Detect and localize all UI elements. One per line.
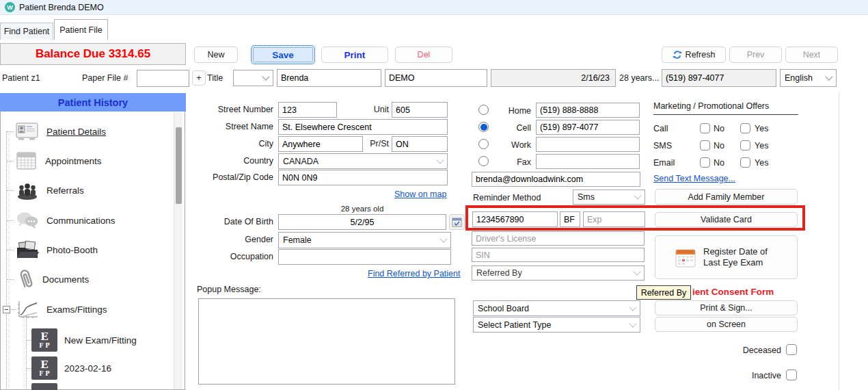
refresh-label: Refresh — [686, 50, 716, 60]
age-short-label: 28 years... — [619, 73, 659, 83]
calendar-picker-icon — [452, 217, 462, 227]
primary-phone-field[interactable] — [662, 69, 776, 87]
country-select[interactable]: CANADA — [278, 153, 448, 169]
occupation-label: Occupation — [185, 252, 273, 261]
reminder-method-label: Reminder Method — [473, 193, 541, 203]
add-family-member-button[interactable]: Add Family Member — [655, 189, 798, 205]
sin-input[interactable] — [472, 248, 645, 262]
title-select[interactable] — [233, 70, 273, 86]
date-picker-button[interactable] — [449, 214, 465, 230]
popup-message-textarea[interactable] — [198, 298, 455, 385]
card-type-input[interactable] — [560, 211, 580, 227]
city-label: City — [185, 139, 273, 148]
marketing-email-label: Email — [653, 158, 675, 168]
dob-input[interactable] — [278, 214, 446, 230]
paper-file-label: Paper File # — [82, 73, 128, 83]
sidebar-item-patient-details[interactable]: Patient Details — [15, 120, 106, 143]
fax-input[interactable] — [536, 154, 640, 169]
reminder-method-select[interactable]: Sms — [573, 190, 645, 205]
print-button[interactable]: Print — [321, 47, 388, 63]
sidebar-item-exams-fittings[interactable]: Exams/Fittings — [15, 298, 107, 321]
chevron-down-icon — [436, 156, 444, 164]
call-yes-checkbox[interactable] — [740, 123, 750, 133]
deceased-label: Deceased — [711, 346, 781, 355]
email-yes-checkbox[interactable] — [740, 157, 750, 168]
call-no-checkbox[interactable] — [700, 123, 710, 133]
sidebar-item-documents[interactable]: Documents — [15, 268, 89, 291]
sidebar-item-label: Exams/Fittings — [46, 304, 107, 315]
language-select[interactable]: English — [780, 69, 837, 87]
del-button[interactable]: Del — [395, 47, 452, 63]
sidebar-item-label: Photo-Booth — [46, 245, 98, 255]
sidebar-item-new-exam-fitting[interactable]: E F P New Exam/Fitting — [31, 328, 137, 352]
home-phone-input[interactable] — [536, 103, 640, 118]
sidebar-item-exam-2023-02-16[interactable]: E F P 2023-02-16 — [31, 356, 111, 380]
sidebar-item-label: Patient Details — [46, 127, 106, 137]
postal-input[interactable] — [278, 170, 448, 185]
street-name-input[interactable] — [278, 119, 448, 135]
show-on-map-link[interactable]: Show on map — [394, 190, 446, 199]
sidebar-item-referrals[interactable]: Referrals — [15, 179, 84, 202]
sidebar-item-photo-booth[interactable]: Photo-Booth — [15, 238, 98, 261]
city-input[interactable] — [278, 136, 363, 152]
add-title-button[interactable]: + — [192, 70, 206, 86]
validate-card-button[interactable]: Validate Card — [655, 212, 798, 227]
school-board-select[interactable]: School Board — [473, 300, 640, 316]
country-label: Country — [185, 156, 273, 166]
street-name-label: Street Name — [185, 122, 273, 131]
eye-chart-icon: E F P — [31, 356, 57, 380]
street-number-input[interactable] — [278, 102, 337, 118]
find-referred-by-patient-link[interactable]: Find Referred by Patient — [368, 269, 461, 278]
email-no-checkbox[interactable] — [700, 157, 710, 168]
email-input[interactable] — [472, 172, 640, 187]
on-screen-button[interactable]: on Screen — [655, 317, 798, 332]
first-name-input[interactable] — [277, 69, 381, 87]
collapse-icon[interactable] — [3, 306, 10, 313]
drivers-license-input[interactable] — [472, 231, 645, 246]
next-button[interactable]: Next — [785, 47, 838, 63]
chevron-down-icon — [633, 268, 640, 275]
tab-find-patient[interactable]: Find Patient — [0, 23, 53, 40]
fax-label: Fax — [483, 157, 531, 167]
patient-type-value: Select Patient Type — [478, 320, 630, 330]
sms-no-checkbox[interactable] — [700, 140, 710, 151]
scrollbar-thumb[interactable] — [176, 127, 182, 204]
age-note: 28 years old — [278, 205, 446, 213]
register-exam-line1: Register Date of — [703, 246, 768, 257]
eye-chart-icon: E F P — [31, 328, 57, 352]
patient-type-select[interactable]: Select Patient Type — [473, 317, 640, 333]
save-button[interactable]: Save — [251, 45, 315, 64]
sidebar-item-label: Documents — [42, 274, 89, 285]
file-date-field[interactable] — [491, 69, 616, 87]
work-phone-label: Work — [483, 140, 531, 150]
occupation-input[interactable] — [278, 249, 451, 265]
inactive-checkbox[interactable] — [786, 369, 797, 380]
work-phone-input[interactable] — [536, 137, 640, 152]
tab-patient-file[interactable]: Patient File — [54, 19, 108, 40]
deceased-checkbox[interactable] — [786, 344, 797, 355]
referred-by-select[interactable]: Referred By — [472, 265, 645, 281]
send-text-message-link[interactable]: Send Text Message... — [653, 174, 735, 183]
svg-text:F P: F P — [39, 342, 50, 349]
card-exp-input[interactable] — [583, 211, 645, 227]
print-and-sign-button[interactable]: Print & Sign... — [655, 300, 798, 315]
prev-button[interactable]: Prev — [729, 47, 782, 63]
sidebar-scrollbar[interactable] — [174, 112, 182, 389]
paper-file-input[interactable] — [137, 70, 189, 87]
sms-yes-label: Yes — [755, 141, 768, 151]
last-name-input[interactable] — [385, 69, 487, 87]
new-button[interactable]: New — [194, 47, 238, 63]
gender-select[interactable]: Female — [278, 232, 451, 248]
province-input[interactable] — [392, 136, 448, 152]
sidebar-item-communications[interactable]: Communications — [15, 209, 116, 232]
sms-yes-checkbox[interactable] — [740, 140, 750, 151]
sidebar-item-label: 2023-02-16 — [64, 363, 111, 374]
sidebar-item-appointments[interactable]: Appointments — [15, 149, 102, 172]
cell-phone-label: Cell — [483, 123, 531, 133]
register-last-eye-exam-button[interactable]: Register Date of Last Eye Exam — [655, 235, 798, 279]
panel-divider — [839, 92, 839, 390]
refresh-button[interactable]: Refresh — [662, 47, 726, 63]
cell-phone-input[interactable] — [536, 120, 640, 135]
card-number-input[interactable] — [472, 211, 558, 227]
unit-input[interactable] — [392, 102, 448, 118]
